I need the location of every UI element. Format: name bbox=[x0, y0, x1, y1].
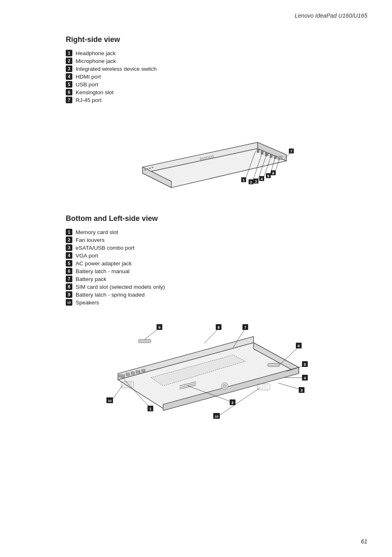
svg-text:6: 6 bbox=[272, 171, 274, 175]
list-item: 10 Speakers bbox=[66, 299, 359, 306]
list-item: 6 Battery latch - manual bbox=[66, 268, 359, 274]
list-item: 1 Headphone jack bbox=[66, 50, 359, 56]
list-item: 7 RJ-45 port bbox=[66, 97, 359, 103]
badge-b10: 10 bbox=[66, 299, 72, 306]
svg-rect-52 bbox=[136, 371, 140, 373]
list-item: 4 HDMI port bbox=[66, 73, 359, 80]
svg-text:2: 2 bbox=[250, 180, 252, 184]
list-item: 4 VGA port bbox=[66, 252, 359, 259]
item-label: Battery pack bbox=[76, 276, 106, 282]
item-label: eSATA/USB combo port bbox=[76, 245, 135, 251]
svg-rect-53 bbox=[142, 369, 145, 372]
list-item: 2 Microphone jack bbox=[66, 58, 359, 64]
list-item: 5 AC power adapter jack bbox=[66, 260, 359, 267]
svg-text:6: 6 bbox=[297, 344, 300, 348]
svg-text:7: 7 bbox=[290, 149, 292, 153]
svg-point-31 bbox=[152, 167, 153, 168]
svg-text:9: 9 bbox=[158, 325, 160, 330]
bottom-left-svg: 9 8 7 6 5 4 bbox=[97, 314, 327, 421]
svg-rect-51 bbox=[131, 372, 134, 374]
item-label: Memory card slot bbox=[76, 229, 118, 235]
item-label: Battery latch - manual bbox=[76, 268, 129, 274]
svg-rect-54 bbox=[138, 339, 151, 343]
item-label: RJ-45 port bbox=[76, 97, 101, 103]
bottom-left-section: Bottom and Left-side view 1 Memory card … bbox=[66, 214, 359, 421]
svg-rect-55 bbox=[268, 363, 279, 367]
svg-rect-1 bbox=[257, 149, 259, 153]
svg-text:4: 4 bbox=[304, 376, 306, 380]
page-header: Lenovo IdeaPad U160/U165 bbox=[0, 0, 392, 23]
item-label: VGA port bbox=[76, 253, 98, 259]
badge-6: 6 bbox=[66, 89, 72, 95]
bottom-left-title: Bottom and Left-side view bbox=[66, 214, 359, 223]
list-item: 1 Memory card slot bbox=[66, 229, 359, 235]
list-item: 3 eSATA/USB combo port bbox=[66, 244, 359, 251]
badge-3: 3 bbox=[66, 65, 72, 72]
svg-line-76 bbox=[278, 383, 302, 390]
badge-4: 4 bbox=[66, 73, 72, 80]
svg-text:1: 1 bbox=[149, 407, 151, 411]
svg-text:5: 5 bbox=[267, 174, 269, 178]
svg-text:10: 10 bbox=[108, 399, 112, 403]
list-item: 6 Kensington slot bbox=[66, 89, 359, 95]
list-item: 2 Fan louvers bbox=[66, 237, 359, 243]
svg-text:5: 5 bbox=[304, 362, 306, 367]
list-item: 7 Battery pack bbox=[66, 276, 359, 282]
svg-text:8: 8 bbox=[217, 325, 219, 330]
page-number: 61 bbox=[361, 538, 367, 545]
badge-7: 7 bbox=[66, 97, 72, 103]
item-label: SIM card slot (selected models only) bbox=[76, 284, 165, 290]
item-label: Kensington slot bbox=[76, 89, 113, 95]
bottom-left-list: 1 Memory card slot 2 Fan louvers 3 eSATA… bbox=[66, 229, 359, 306]
item-label: Integrated wireless device switch bbox=[76, 66, 157, 72]
right-side-list: 1 Headphone jack 2 Microphone jack 3 Int… bbox=[66, 50, 359, 103]
svg-text:1: 1 bbox=[242, 178, 244, 182]
svg-text:3: 3 bbox=[255, 179, 257, 183]
badge-b7: 7 bbox=[66, 276, 72, 282]
item-label: Headphone jack bbox=[76, 50, 116, 56]
badge-b9: 9 bbox=[66, 291, 72, 298]
list-item: 8 SIM card slot (selected models only) bbox=[66, 283, 359, 290]
right-side-title: Right-side view bbox=[66, 35, 359, 44]
svg-rect-50 bbox=[126, 373, 129, 376]
badge-b4: 4 bbox=[66, 252, 72, 259]
badge-1: 1 bbox=[66, 50, 72, 56]
right-side-section: Right-side view 1 Headphone jack 2 Micro… bbox=[66, 35, 359, 202]
badge-b2: 2 bbox=[66, 237, 72, 243]
right-side-diagram: lenovo 1 2 bbox=[66, 111, 359, 202]
svg-text:10: 10 bbox=[215, 415, 219, 418]
svg-text:3: 3 bbox=[300, 388, 302, 392]
badge-b6: 6 bbox=[66, 268, 72, 274]
bottom-left-diagram: 9 8 7 6 5 4 bbox=[66, 314, 359, 421]
svg-rect-42 bbox=[258, 384, 270, 390]
svg-text:7: 7 bbox=[244, 325, 246, 330]
svg-line-85 bbox=[112, 385, 123, 400]
right-side-svg: lenovo 1 2 bbox=[110, 111, 315, 202]
item-label: AC power adapter jack bbox=[76, 260, 132, 267]
badge-5: 5 bbox=[66, 81, 72, 88]
item-label: Battery latch - spring loaded bbox=[76, 292, 145, 298]
list-item: 5 USB port bbox=[66, 81, 359, 88]
svg-point-28 bbox=[144, 169, 146, 171]
badge-2: 2 bbox=[66, 58, 72, 64]
list-item: 9 Battery latch - spring loaded bbox=[66, 291, 359, 298]
badge-b3: 3 bbox=[66, 244, 72, 251]
item-label: USB port bbox=[76, 81, 98, 88]
item-label: HDMI port bbox=[76, 74, 101, 80]
svg-point-29 bbox=[147, 168, 148, 170]
svg-point-57 bbox=[223, 384, 226, 388]
badge-b8: 8 bbox=[66, 283, 72, 290]
header-title: Lenovo IdeaPad U160/U165 bbox=[295, 12, 367, 19]
svg-point-30 bbox=[149, 167, 151, 169]
svg-line-61 bbox=[204, 328, 219, 343]
item-label: Microphone jack bbox=[76, 58, 116, 64]
svg-text:4: 4 bbox=[261, 177, 263, 181]
badge-b1: 1 bbox=[66, 229, 72, 235]
item-label: Fan louvers bbox=[76, 237, 105, 243]
svg-line-58 bbox=[145, 328, 159, 339]
list-item: 3 Integrated wireless device switch bbox=[66, 65, 359, 72]
item-label: Speakers bbox=[76, 299, 99, 306]
svg-text:2: 2 bbox=[231, 401, 233, 405]
badge-b5: 5 bbox=[66, 260, 72, 267]
